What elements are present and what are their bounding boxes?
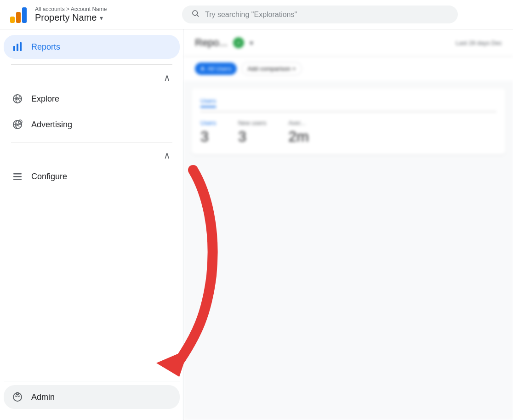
avatar-letter: A — [200, 65, 205, 72]
account-info: All accounts > Account Name Property Nam… — [35, 6, 107, 23]
configure-label: Configure — [31, 172, 67, 182]
svg-rect-6 — [17, 44, 18, 51]
sidebar-item-advertising[interactable]: Advertising — [4, 113, 180, 136]
svg-point-15 — [13, 393, 22, 401]
svg-rect-2 — [22, 7, 27, 23]
svg-rect-1 — [16, 12, 21, 23]
metric-avg-label: Aver... — [288, 119, 308, 126]
configure-icon — [11, 170, 24, 183]
metric-avg: Aver... 2m — [288, 119, 308, 145]
comparison-bar: A All Users Add comparison + — [184, 57, 513, 81]
metric-tab-users[interactable]: Users — [200, 97, 216, 108]
nav-divider-1 — [11, 64, 172, 65]
metric-users: Users 3 — [200, 119, 216, 145]
nav-collapse-button[interactable]: ∧ — [4, 68, 180, 87]
sidebar-item-reports[interactable]: Reports — [4, 35, 180, 59]
metrics-card: Users Users 3 New users 3 Aver... 2m — [191, 88, 506, 154]
status-indicator — [233, 37, 244, 48]
reports-icon — [11, 40, 24, 53]
property-name-label: Property Name — [35, 12, 97, 23]
nav-divider-2 — [11, 142, 172, 142]
advertising-label: Advertising — [31, 120, 72, 130]
search-bar[interactable]: Try searching "Explorations" — [182, 6, 458, 23]
logo-area: All accounts > Account Name Property Nam… — [7, 4, 182, 26]
dropdown-icon[interactable]: ▾ — [250, 39, 253, 47]
breadcrumb: All accounts > Account Name — [35, 6, 107, 12]
content-header: Repo... ▾ Last 28 days Dec — [184, 29, 513, 57]
left-nav: Reports ∧ Explore — [0, 29, 184, 420]
content-area: Repo... ▾ Last 28 days Dec A All Users A… — [184, 29, 513, 420]
metric-tabs: Users — [200, 97, 496, 112]
svg-rect-12 — [13, 173, 22, 175]
explore-icon — [11, 92, 24, 105]
admin-icon — [11, 391, 24, 403]
reports-label: Reports — [31, 42, 60, 52]
metric-avg-value: 2m — [288, 128, 308, 145]
content-title: Repo... — [195, 37, 228, 49]
chevron-up-icon: ∧ — [164, 72, 171, 83]
svg-rect-5 — [13, 46, 15, 51]
metric-new-users-value: 3 — [238, 128, 266, 145]
add-comparison-button[interactable]: Add comparison + — [241, 62, 302, 75]
metric-users-label: Users — [200, 119, 216, 126]
metric-new-users: New users 3 — [238, 119, 266, 145]
ga-logo-icon — [7, 4, 29, 26]
date-range-label: Last 28 days Dec — [456, 40, 502, 46]
property-dropdown-icon: ▾ — [100, 14, 103, 22]
sidebar-item-explore[interactable]: Explore — [4, 87, 180, 111]
svg-rect-7 — [20, 42, 22, 51]
svg-line-4 — [197, 15, 198, 16]
svg-rect-13 — [13, 176, 22, 177]
nav-collapse-button-2[interactable]: ∧ — [4, 146, 180, 165]
all-users-label: All Users — [207, 65, 231, 72]
chevron-up-icon-2: ∧ — [164, 150, 171, 161]
admin-label: Admin — [31, 392, 55, 402]
metrics-row: Users 3 New users 3 Aver... 2m — [200, 119, 496, 145]
main-layout: Reports ∧ Explore — [0, 29, 513, 420]
svg-rect-0 — [10, 17, 15, 23]
sidebar-item-admin[interactable]: Admin — [4, 385, 180, 409]
app-header: All accounts > Account Name Property Nam… — [0, 0, 513, 29]
all-users-badge[interactable]: A All Users — [195, 62, 237, 75]
explore-label: Explore — [31, 94, 59, 104]
metric-new-users-label: New users — [238, 119, 266, 126]
advertising-icon — [11, 118, 24, 131]
property-selector[interactable]: Property Name ▾ — [35, 12, 107, 23]
admin-section: Admin — [4, 381, 180, 414]
metric-users-value: 3 — [200, 128, 216, 145]
search-placeholder-text: Try searching "Explorations" — [205, 11, 297, 19]
svg-rect-14 — [13, 179, 22, 180]
search-icon — [191, 9, 200, 20]
sidebar-item-configure[interactable]: Configure — [4, 165, 180, 188]
